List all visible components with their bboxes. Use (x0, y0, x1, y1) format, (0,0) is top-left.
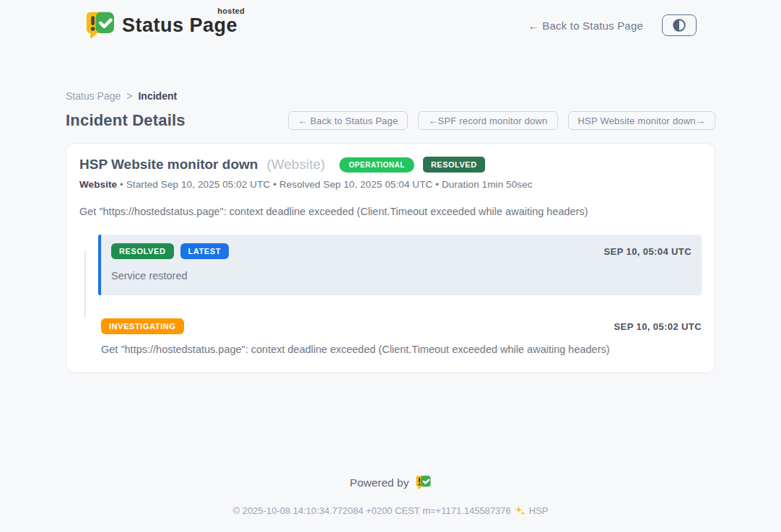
timeline-timestamp: SEP 10, 05:04 UTC (604, 246, 691, 257)
operational-status-badge: OPERATIONAL (339, 157, 414, 173)
powered-by: Powered by (0, 475, 781, 490)
main-content: Status Page > Incident Incident Details … (66, 40, 715, 373)
incident-meta-details: • Started Sep 10, 2025 05:02 UTC • Resol… (117, 179, 532, 190)
incident-nav-buttons: ← Back to Status Page ←SPF record monito… (288, 111, 715, 130)
breadcrumb-root[interactable]: Status Page (66, 90, 121, 102)
sparkles-icon (515, 505, 525, 516)
powered-by-label: Powered by (350, 476, 409, 489)
back-to-status-page-link[interactable]: ← Back to Status Page (528, 19, 643, 32)
incident-title: HSP Website monitor down (79, 157, 258, 173)
title-row: Incident Details ← Back to Status Page ←… (66, 111, 715, 130)
back-to-status-page-button[interactable]: ← Back to Status Page (288, 111, 409, 130)
timeline-rail (79, 235, 91, 295)
brand-logo[interactable]: Status Page hosted (84, 11, 240, 40)
timeline-latest-badge: LATEST (180, 243, 230, 259)
next-incident-button[interactable]: HSP Website monitor down→ (568, 111, 715, 130)
brand-name: Status Page hosted (122, 14, 240, 37)
timeline-entry: INVESTIGATING SEP 10, 05:02 UTC Get "htt… (79, 317, 702, 355)
timeline-message: Service restored (111, 270, 691, 282)
brand-superscript: hosted (217, 6, 245, 15)
header-nav: ← Back to Status Page (528, 14, 697, 36)
copyright-brand: HSP (529, 505, 549, 516)
brand-logo-icon (84, 11, 115, 40)
incident-service: Website (79, 179, 117, 190)
breadcrumb-separator: > (126, 90, 132, 102)
prev-incident-button[interactable]: ←SPF record monitor down (418, 111, 557, 130)
incident-component: (Website) (266, 157, 325, 173)
timeline-entry: RESOLVED LATEST SEP 10, 05:04 UTC Servic… (79, 235, 702, 295)
incident-card: HSP Website monitor down (Website) OPERA… (66, 143, 715, 373)
copyright: © 2025-10-08 14:10:34.772084 +0200 CEST … (0, 505, 781, 516)
page: Status Page hosted ← Back to Status Page (0, 0, 781, 532)
copyright-text: © 2025-10-08 14:10:34.772084 +0200 CEST … (232, 505, 510, 516)
resolved-state-badge: RESOLVED (423, 157, 485, 173)
incident-description: Get "https://hostedstatus.page": context… (79, 206, 702, 217)
timeline-rail (79, 317, 91, 355)
breadcrumb: Status Page > Incident (66, 90, 715, 102)
timeline-message: Get "https://hostedstatus.page": context… (101, 344, 702, 355)
breadcrumb-current: Incident (138, 90, 177, 102)
page-title: Incident Details (66, 111, 186, 130)
timeline-investigating-badge: INVESTIGATING (101, 318, 184, 334)
header: Status Page hosted ← Back to Status Page (0, 0, 781, 40)
footer: Powered by © 2025-10-08 14:10:34.772084 … (0, 475, 781, 532)
incident-title-row: HSP Website monitor down (Website) OPERA… (79, 157, 702, 173)
timeline-entry-body: RESOLVED LATEST SEP 10, 05:04 UTC Servic… (98, 235, 702, 295)
incident-meta: Website • Started Sep 10, 2025 05:02 UTC… (79, 179, 702, 190)
theme-toggle-button[interactable] (662, 14, 697, 36)
timeline-timestamp: SEP 10, 05:02 UTC (614, 321, 702, 332)
brand-logo-icon-small[interactable] (415, 475, 431, 490)
incident-timeline: RESOLVED LATEST SEP 10, 05:04 UTC Servic… (79, 235, 702, 355)
timeline-resolved-badge: RESOLVED (111, 243, 174, 259)
timeline-entry-body: INVESTIGATING SEP 10, 05:02 UTC Get "htt… (98, 317, 702, 355)
contrast-icon (671, 17, 687, 33)
